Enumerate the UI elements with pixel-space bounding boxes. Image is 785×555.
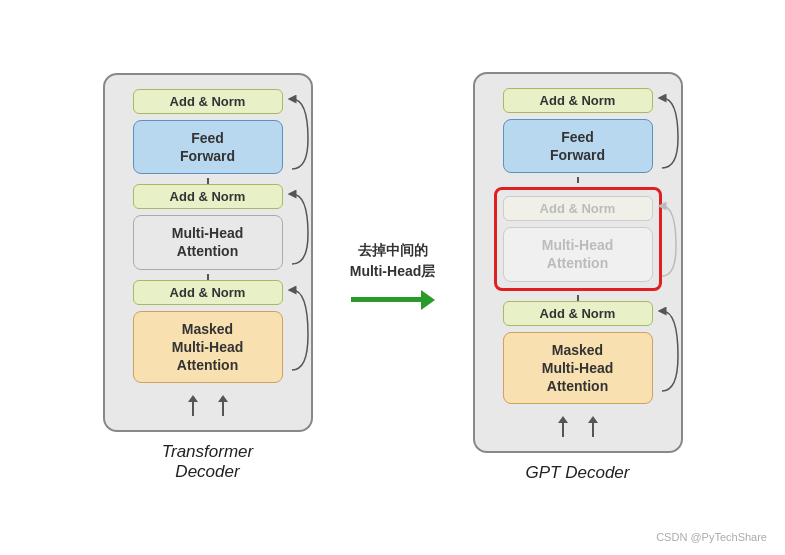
add-norm-1-right: Add & Norm: [503, 88, 653, 113]
mha-group-right: Add & Norm Multi-HeadAttention: [495, 196, 660, 281]
add-norm-2-left: Add & Norm: [133, 184, 283, 209]
add-norm-2-right: Add & Norm: [503, 196, 653, 221]
add-norm-3-left: Add & Norm: [133, 280, 283, 305]
multi-head-block-left: Multi-HeadAttention: [133, 215, 283, 269]
mha-group-left: Add & Norm Multi-HeadAttention: [125, 184, 290, 269]
faded-section-red-outline: Add & Norm Multi-HeadAttention: [494, 187, 662, 290]
add-norm-1-left: Add & Norm: [133, 89, 283, 114]
masked-group-left: Add & Norm MaskedMulti-HeadAttention: [125, 280, 290, 384]
skip-arrow-ff-left: [288, 89, 314, 174]
gpt-decoder-diagram: Add & Norm FeedForward Add & Norm: [473, 72, 683, 483]
watermark: CSDN @PyTechShare: [656, 531, 767, 543]
gpt-decoder-box: Add & Norm FeedForward Add & Norm: [473, 72, 683, 453]
skip-arrow-ff-right: [658, 88, 684, 173]
middle-section: 去掉中间的 Multi-Head层: [313, 240, 473, 316]
masked-group-right: Add & Norm MaskedMulti-HeadAttention: [495, 301, 660, 405]
arrow-right-green: [351, 290, 435, 310]
arrow-left-1: [188, 395, 198, 416]
gpt-decoder-label: GPT Decoder: [526, 463, 630, 483]
add-norm-3-right: Add & Norm: [503, 301, 653, 326]
arrow-left-2: [218, 395, 228, 416]
main-container: Add & Norm FeedForward Add & Norm: [0, 0, 785, 555]
multi-head-block-right: Multi-HeadAttention: [503, 227, 653, 281]
skip-arrow-mha-left: [288, 184, 314, 269]
ff-group-right: Add & Norm FeedForward: [495, 88, 660, 173]
arrow-line: [351, 297, 421, 302]
bottom-arrows-left: [188, 395, 228, 416]
arrow-right-2: [588, 416, 598, 437]
transformer-decoder-label: Transformer Decoder: [162, 442, 253, 482]
feed-forward-block-right: FeedForward: [503, 119, 653, 173]
ff-group-left: Add & Norm FeedForward: [125, 89, 290, 174]
arrow-right-1: [558, 416, 568, 437]
masked-block-left: MaskedMulti-HeadAttention: [133, 311, 283, 384]
skip-arrow-masked-right: [658, 301, 684, 405]
feed-forward-block-left: FeedForward: [133, 120, 283, 174]
bottom-arrows-right: [558, 416, 598, 437]
skip-arrow-mha-right: [658, 196, 680, 281]
masked-block-right: MaskedMulti-HeadAttention: [503, 332, 653, 405]
transformer-decoder-box: Add & Norm FeedForward Add & Norm: [103, 73, 313, 432]
transformer-decoder-diagram: Add & Norm FeedForward Add & Norm: [103, 73, 313, 482]
skip-arrow-masked-left: [288, 280, 314, 384]
middle-text: 去掉中间的 Multi-Head层: [350, 240, 436, 282]
diagrams-row: Add & Norm FeedForward Add & Norm: [0, 62, 785, 493]
arrow-head: [421, 290, 435, 310]
